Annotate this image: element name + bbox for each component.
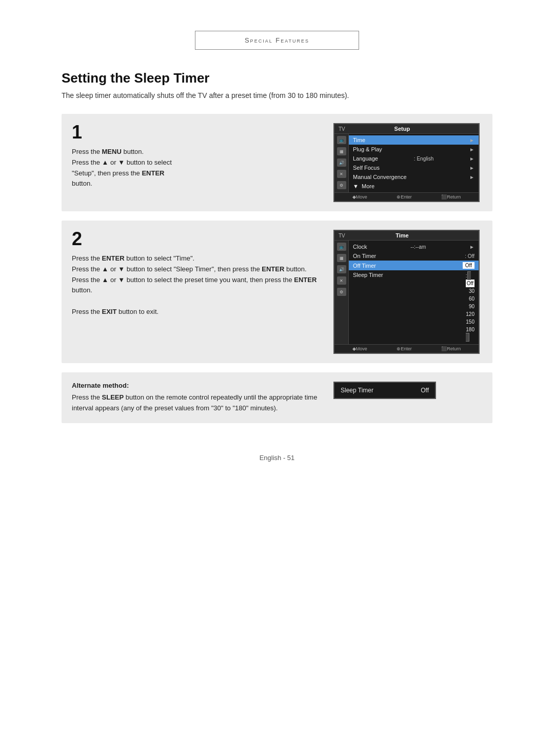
- step2-text: Press the ENTER button to select "Time".…: [72, 253, 321, 317]
- step2-icon-2: ▦: [337, 254, 346, 262]
- step1-item-more: ▼ More: [349, 182, 479, 191]
- step2-tv-titlebar: TV Time: [334, 231, 479, 241]
- step2-box: 2 Press the ENTER button to select "Time…: [62, 221, 492, 363]
- step1-item-language: Language: English►: [349, 154, 479, 163]
- step2-tv-screen: TV Time 📺 ▦ 🔊 ✕ ⚙ Clock--:--am► O: [333, 230, 482, 354]
- step2-footer-return: ⬛Return: [441, 346, 461, 351]
- step1-icon-5: ⚙: [337, 181, 346, 189]
- step1-item-time: Time►: [349, 135, 479, 145]
- step1-footer-return: ⬛Return: [441, 194, 461, 200]
- step2-icon-1: 📺: [337, 243, 346, 251]
- sleep-display-label: Sleep Timer: [341, 387, 373, 394]
- sleep-display-value: Off: [421, 387, 429, 394]
- step1-tv: TV Setup 📺 ▦ 🔊 ✕ ⚙ Time► Plug & P: [333, 123, 480, 202]
- step1-tv-label: TV: [339, 126, 345, 132]
- step1-tv-screen: TV Setup 📺 ▦ 🔊 ✕ ⚙ Time► Plug & P: [333, 123, 482, 202]
- step2-tv: TV Time 📺 ▦ 🔊 ✕ ⚙ Clock--:--am► O: [333, 230, 480, 354]
- step2-item-clock: Clock--:--am►: [349, 242, 479, 251]
- step1-icon-2: ▦: [337, 147, 346, 155]
- section-title: Setting the Sleep Timer: [62, 70, 492, 86]
- alternate-box: Alternate method: Press the SLEEP button…: [62, 372, 492, 423]
- step1-tv-content: Time► Plug & Play► Language: English► Se…: [349, 134, 479, 192]
- step2-tv-content: Clock--:--am► On Timer: Off Off Timer Of…: [349, 241, 479, 344]
- step2-footer-enter: ⊕Enter: [397, 346, 412, 351]
- alternate-right: Sleep Timer Off: [333, 382, 482, 399]
- step2-tv-footer: ◆Move ⊕Enter ⬛Return: [334, 344, 479, 353]
- step2-icon-5: ⚙: [337, 288, 346, 296]
- step2-left: 2 Press the ENTER button to select "Time…: [72, 230, 321, 317]
- step2-icon-3: 🔊: [337, 265, 346, 273]
- step2-tv-menutitle: Time: [345, 232, 459, 238]
- step1-tv-body: 📺 ▦ 🔊 ✕ ⚙ Time► Plug & Play► Language: E…: [334, 134, 479, 192]
- step2-item-ontimer: On Timer: Off: [349, 251, 479, 261]
- page-footer: English - 51: [62, 454, 492, 462]
- step1-item-selffocus: Self Focus►: [349, 163, 479, 172]
- alternate-title: Alternate method:: [72, 382, 321, 389]
- sleep-timer-display: Sleep Timer Off: [333, 382, 436, 399]
- step2-footer-move: ◆Move: [352, 346, 367, 351]
- step2-icon-4: ✕: [337, 276, 346, 285]
- step2-item-sleeptimer: Sleep Timer : Off 30 60 90 120 150 180: [349, 270, 479, 343]
- step1-icon-1: 📺: [337, 136, 346, 144]
- step1-item-manualconv: Manual Convergence►: [349, 172, 479, 182]
- step1-tv-menutitle: Setup: [345, 126, 459, 132]
- step1-icon-4: ✕: [337, 170, 346, 178]
- step2-tv-label: TV: [339, 233, 345, 238]
- footer-text: English - 51: [260, 454, 295, 462]
- step1-tv-sidebar: 📺 ▦ 🔊 ✕ ⚙: [334, 134, 349, 192]
- step1-text: Press the MENU button. Press the ▲ or ▼ …: [72, 147, 321, 189]
- step1-number: 1: [72, 123, 321, 142]
- header-title: Special Features: [245, 36, 309, 44]
- step2-tv-sidebar: 📺 ▦ 🔊 ✕ ⚙: [334, 241, 349, 344]
- step1-footer-move: ◆Move: [352, 194, 367, 200]
- step2-number: 2: [72, 230, 321, 248]
- step1-box: 1 Press the MENU button. Press the ▲ or …: [62, 114, 492, 211]
- alternate-text: Press the SLEEP button on the remote con…: [72, 392, 321, 414]
- sleep-timer-dropdown: Off 30 60 90 120 150 180: [466, 271, 474, 342]
- page-header: Special Features: [195, 31, 359, 50]
- alternate-left: Alternate method: Press the SLEEP button…: [72, 382, 321, 414]
- step2-tv-body: 📺 ▦ 🔊 ✕ ⚙ Clock--:--am► On Timer: Off Of…: [334, 241, 479, 344]
- step1-item-plugplay: Plug & Play►: [349, 145, 479, 154]
- section-subtitle: The sleep timer automatically shuts off …: [62, 91, 492, 100]
- step1-left: 1 Press the MENU button. Press the ▲ or …: [72, 123, 321, 189]
- step1-tv-titlebar: TV Setup: [334, 124, 479, 134]
- step1-footer-enter: ⊕Enter: [397, 194, 412, 200]
- step1-tv-footer: ◆Move ⊕Enter ⬛Return: [334, 192, 479, 201]
- step1-icon-3: 🔊: [337, 158, 346, 167]
- step2-item-offtimer: Off Timer Off: [349, 261, 479, 270]
